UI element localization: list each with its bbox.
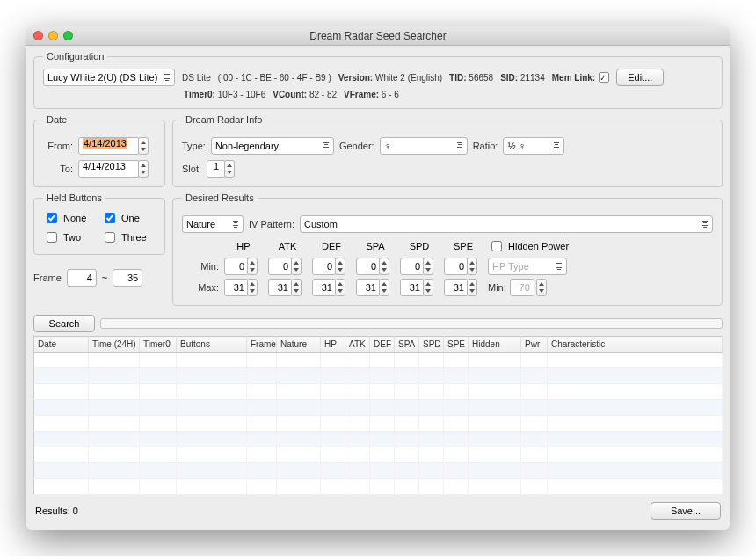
desired-results-legend: Desired Results <box>182 193 258 203</box>
window-title: Dream Radar Seed Searcher <box>26 30 730 42</box>
gender-select[interactable]: ♀ <box>380 137 468 155</box>
max-spe-input[interactable] <box>444 279 469 296</box>
col-spd[interactable]: SPD <box>419 337 444 353</box>
table-row <box>34 384 723 400</box>
vcount-label: VCount: <box>273 90 307 99</box>
configuration-legend: Configuration <box>43 51 107 62</box>
profile-select[interactable]: Lucy White 2(U) (DS Lite) <box>43 69 175 86</box>
slot-label: Slot: <box>182 164 201 174</box>
col-buttons[interactable]: Buttons <box>177 337 247 353</box>
min-spa-stepper[interactable] <box>379 258 389 275</box>
max-def-stepper[interactable] <box>335 279 345 296</box>
from-date-input[interactable]: 4/14/2013 <box>78 137 140 155</box>
to-date-stepper[interactable] <box>138 160 149 178</box>
frame-separator: ~ <box>102 273 107 283</box>
frame-min-input[interactable] <box>67 269 97 287</box>
max-hp-input[interactable] <box>224 279 249 296</box>
min-def-input[interactable] <box>312 258 337 275</box>
col-atk[interactable]: ATK <box>345 337 370 353</box>
min-spd-stepper[interactable] <box>423 258 433 275</box>
spd-header: SPD <box>400 241 439 251</box>
version-value: White 2 (English) <box>375 73 442 83</box>
save-button[interactable]: Save... <box>651 502 721 520</box>
minimize-icon[interactable] <box>48 31 58 40</box>
col-def[interactable]: DEF <box>370 337 395 353</box>
sid-label: SID: <box>500 73 518 83</box>
desired-results-group: Desired Results Nature IV Pattern: Custo… <box>172 193 723 306</box>
hidden-power-checkbox[interactable]: Hidden Power <box>488 238 593 254</box>
held-three-checkbox[interactable]: Three <box>101 229 156 245</box>
col-hidden[interactable]: Hidden <box>469 337 521 353</box>
held-none-checkbox[interactable]: None <box>43 210 98 226</box>
col-nature[interactable]: Nature <box>277 337 321 353</box>
table-row <box>34 416 723 432</box>
spa-header: SPA <box>356 241 395 251</box>
col-time[interactable]: Time (24H) <box>89 337 140 353</box>
slot-input[interactable]: 1 <box>207 160 226 178</box>
hp-min-stepper <box>536 279 547 296</box>
table-row <box>34 353 723 368</box>
held-buttons-legend: Held Buttons <box>43 193 105 203</box>
col-spa[interactable]: SPA <box>395 337 419 353</box>
from-label: From: <box>43 141 73 151</box>
ds-type-label: DS Lite <box>182 73 211 83</box>
min-spa-input[interactable] <box>356 258 381 275</box>
hp-type-select[interactable]: HP Type <box>488 258 567 275</box>
to-date-input[interactable]: 4/14/2013 <box>78 160 140 178</box>
col-spe[interactable]: SPE <box>444 337 469 353</box>
window: Dream Radar Seed Searcher Configuration … <box>26 26 730 530</box>
col-frame[interactable]: Frame <box>247 337 277 353</box>
edit-button[interactable]: Edit... <box>616 69 664 86</box>
frame-max-input[interactable] <box>113 269 142 287</box>
results-table[interactable]: Date Time (24H) Timer0 Buttons Frame Nat… <box>33 336 723 495</box>
timer0-value: 10F3 - 10F6 <box>218 90 265 99</box>
max-atk-input[interactable] <box>268 279 293 296</box>
max-spa-stepper[interactable] <box>379 279 389 296</box>
min-def-stepper[interactable] <box>335 258 345 275</box>
dream-radar-legend: Dream Radar Info <box>182 114 265 125</box>
max-spd-input[interactable] <box>400 279 425 296</box>
mac-address: ( 00 - 1C - BE - 60 - 4F - B9 ) <box>218 73 331 83</box>
progress-bar <box>100 318 723 329</box>
held-two-checkbox[interactable]: Two <box>43 229 98 245</box>
sid-value: 21134 <box>520 73 545 83</box>
min-spe-input[interactable] <box>444 258 469 275</box>
zoom-icon[interactable] <box>63 31 73 40</box>
search-button[interactable]: Search <box>33 315 95 332</box>
held-one-checkbox[interactable]: One <box>101 210 156 226</box>
max-spd-stepper[interactable] <box>423 279 433 296</box>
col-pwr[interactable]: Pwr <box>521 337 548 353</box>
col-char[interactable]: Characteristic <box>548 337 723 353</box>
col-timer0[interactable]: Timer0 <box>140 337 177 353</box>
min-hp-stepper[interactable] <box>247 258 258 275</box>
max-atk-stepper[interactable] <box>291 279 302 296</box>
min-atk-stepper[interactable] <box>291 258 302 275</box>
gender-label: Gender: <box>339 141 374 151</box>
hp-min-label: Min: <box>488 282 506 293</box>
table-row <box>34 368 723 384</box>
spe-header: SPE <box>444 241 483 251</box>
max-def-input[interactable] <box>312 279 337 296</box>
results-count: Results: 0 <box>35 505 78 516</box>
nature-select[interactable]: Nature <box>182 215 244 233</box>
max-hp-stepper[interactable] <box>247 279 258 296</box>
table-row <box>34 400 723 416</box>
from-date-stepper[interactable] <box>138 137 149 155</box>
min-spe-stepper[interactable] <box>467 258 477 275</box>
close-icon[interactable] <box>33 31 43 40</box>
col-date[interactable]: Date <box>34 337 89 353</box>
min-spd-input[interactable] <box>400 258 425 275</box>
type-select[interactable]: Non-legendary <box>211 137 334 155</box>
frame-label: Frame <box>33 273 62 283</box>
def-header: DEF <box>312 241 351 251</box>
max-spa-input[interactable] <box>356 279 381 296</box>
ivpattern-select[interactable]: Custom <box>300 215 713 233</box>
dream-radar-group: Dream Radar Info Type: Non-legendary Gen… <box>172 114 723 187</box>
min-hp-input[interactable] <box>224 258 249 275</box>
min-atk-input[interactable] <box>268 258 293 275</box>
max-spe-stepper[interactable] <box>467 279 477 296</box>
slot-stepper[interactable] <box>224 160 235 178</box>
ratio-select[interactable]: ½ ♀ <box>503 137 564 155</box>
vcount-value: 82 - 82 <box>309 90 337 99</box>
col-hp[interactable]: HP <box>321 337 345 353</box>
